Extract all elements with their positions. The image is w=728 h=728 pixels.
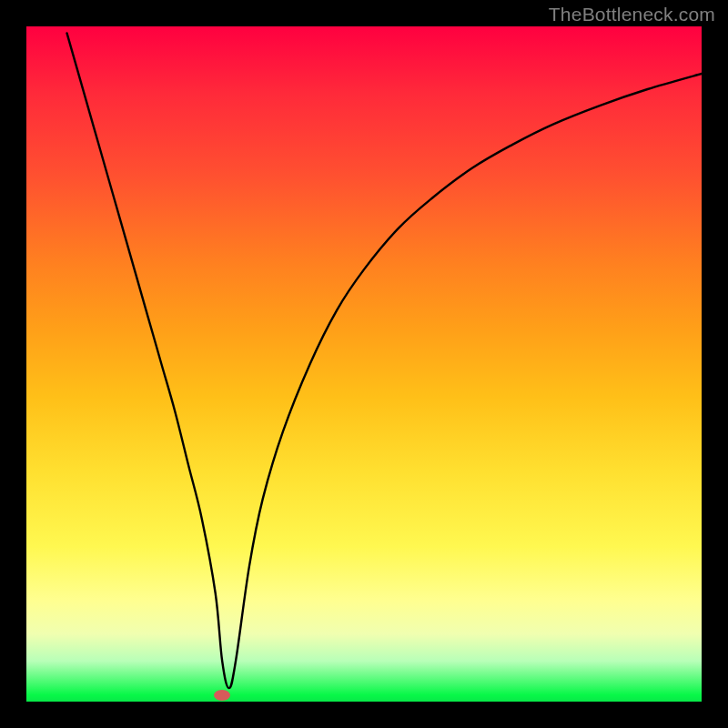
bottleneck-curve [67,33,702,688]
plot-area [26,26,702,702]
optimum-marker [214,690,230,701]
curve-layer [26,26,702,702]
chart-frame: TheBottleneck.com [0,0,728,728]
watermark-text: TheBottleneck.com [549,4,715,25]
